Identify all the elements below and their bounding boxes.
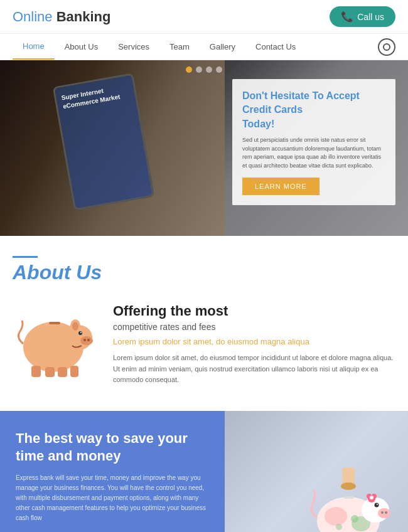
svg-rect-11 (58, 367, 67, 377)
about-text: Offering the most competitive rates and … (113, 303, 395, 386)
svg-point-29 (370, 496, 373, 499)
nav-item-about[interactable]: About Us (55, 35, 108, 59)
call-us-button[interactable]: 📞 Call us (330, 6, 395, 27)
savings-title: The best way to save your time and money (16, 430, 209, 466)
dot-2[interactable] (196, 66, 202, 73)
savings-body: Express bank will save your time, money … (16, 473, 209, 523)
hero-phone: Super Internet eCommerce Market (53, 73, 155, 211)
call-us-label: Call us (357, 12, 384, 22)
offering-title: Offering the most (113, 303, 395, 319)
svg-point-8 (72, 322, 78, 331)
about-content: Offering the most competitive rates and … (13, 303, 395, 386)
piggy-bank-image (13, 303, 94, 378)
savings-right: aspku.com (225, 411, 409, 532)
hero-card-body: Sed ut perspiciatis unde omnis iste natu… (242, 136, 385, 170)
svg-rect-9 (31, 366, 41, 377)
hero-section: Super Internet eCommerce Market Don't He… (0, 60, 408, 236)
svg-point-4 (87, 339, 90, 341)
svg-point-35 (351, 515, 358, 523)
svg-point-6 (80, 332, 82, 333)
nav-item-home[interactable]: Home (13, 34, 55, 60)
hero-card-title: Don't Hesitate To Accept Credit Cards To… (242, 89, 385, 131)
header: Online Banking 📞 Call us (0, 0, 408, 34)
svg-point-18 (325, 507, 347, 526)
about-section: About Us (0, 236, 408, 411)
about-title-normal: About (13, 261, 70, 284)
hero-phone-screen: Super Internet eCommerce Market (55, 75, 153, 209)
about-title: About Us (13, 261, 395, 284)
savings-section: The best way to save your time and money… (0, 411, 408, 532)
hero-title-part3: Today! (242, 119, 274, 129)
about-body: Lorem ipsum dolor sit amet, do eiusmod t… (113, 353, 395, 386)
svg-point-21 (378, 508, 390, 518)
logo-online: Online (13, 9, 53, 24)
svg-rect-12 (70, 366, 78, 377)
search-icon[interactable] (378, 38, 395, 56)
hero-image-left: Super Internet eCommerce Market (0, 60, 225, 236)
dot-4[interactable] (216, 66, 222, 73)
svg-point-23 (385, 511, 387, 514)
about-title-colored: Us (70, 261, 102, 284)
savings-left: The best way to save your time and money… (0, 411, 225, 532)
logo: Online Banking (13, 9, 111, 25)
svg-point-15 (341, 482, 356, 490)
svg-point-25 (377, 504, 378, 505)
hero-dots (186, 66, 222, 73)
learn-more-button[interactable]: LEARN MORE (242, 178, 319, 195)
dot-1[interactable] (186, 66, 192, 73)
phone-icon: 📞 (341, 11, 353, 23)
svg-point-36 (336, 524, 342, 530)
svg-point-5 (78, 331, 82, 335)
nav-item-gallery[interactable]: Gallery (200, 35, 245, 59)
navigation: Home About Us Services Team Gallery Cont… (0, 34, 408, 60)
svg-rect-13 (49, 322, 60, 324)
hero-phone-text: Super Internet eCommerce Market (61, 82, 131, 111)
dot-3[interactable] (206, 66, 212, 73)
logo-banking: Banking (53, 9, 111, 24)
offering-subtitle: competitive rates and fees (113, 322, 395, 332)
nav-item-team[interactable]: Team (159, 35, 200, 59)
svg-point-24 (375, 503, 379, 507)
svg-point-22 (381, 511, 384, 514)
lorem-colored: Lorem ipsum dolor sit amet, do eiusmod m… (113, 337, 395, 346)
svg-rect-34 (344, 496, 354, 499)
nav-item-contact[interactable]: Contact Us (245, 35, 306, 59)
svg-point-3 (83, 339, 86, 341)
svg-rect-10 (45, 367, 55, 377)
hero-card: Don't Hesitate To Accept Credit Cards To… (232, 79, 395, 205)
savings-piggy-bank (301, 467, 395, 532)
svg-point-2 (80, 336, 93, 345)
nav-item-services[interactable]: Services (108, 35, 159, 59)
hero-title-part1: Don't Hesitate To (242, 90, 324, 101)
